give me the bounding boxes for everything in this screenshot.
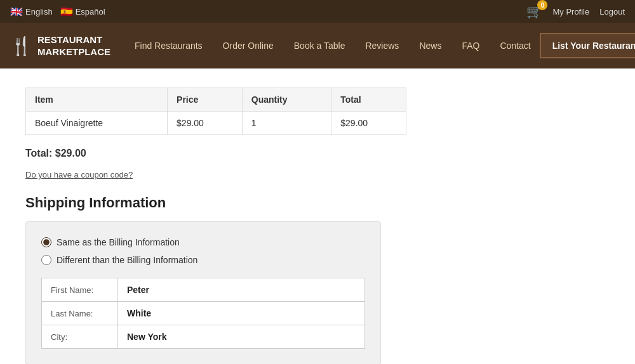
row-item-price: $29.00	[168, 112, 243, 135]
row-item-quantity: 1	[242, 112, 331, 135]
flag-en-icon: 🇬🇧	[10, 6, 23, 18]
lang-spanish-label: Español	[76, 7, 105, 16]
field-first-name: First Name: Peter	[42, 278, 365, 302]
coupon-link[interactable]: Do you have a coupon code?	[25, 170, 133, 179]
nav-find-restaurants[interactable]: Find Restaurants	[126, 36, 211, 56]
billing-option-group: Same as the Billing Information Differen…	[41, 237, 365, 265]
shipping-form-table: First Name: Peter Last Name: White City:…	[41, 278, 365, 349]
field-city: City: New York	[42, 325, 365, 349]
col-header-total: Total	[331, 88, 406, 112]
table-row: Boeuf Vinaigrette $29.00 1 $29.00	[26, 112, 406, 135]
lang-english[interactable]: 🇬🇧 English	[10, 6, 53, 18]
field-last-name: Last Name: White	[42, 302, 365, 325]
same-as-billing-option[interactable]: Same as the Billing Information	[41, 237, 365, 247]
nav-news[interactable]: News	[410, 36, 450, 56]
language-switcher: 🇬🇧 English 🇪🇸 Español	[10, 6, 105, 18]
col-header-item: Item	[26, 88, 168, 112]
row-item-total: $29.00	[331, 112, 406, 135]
brand-icon: 🍴	[10, 36, 32, 56]
city-label: City:	[42, 325, 118, 349]
lang-spanish[interactable]: 🇪🇸 Español	[60, 6, 105, 18]
brand-text: RESTAURANT MARKETPLACE	[37, 34, 110, 58]
top-bar-right: 🛒 0 My Profile Logout	[526, 4, 625, 19]
row-item-name: Boeuf Vinaigrette	[26, 112, 168, 135]
different-billing-radio[interactable]	[41, 255, 51, 265]
my-profile-link[interactable]: My Profile	[552, 7, 589, 16]
last-name-value: White	[118, 302, 365, 325]
main-content: Item Price Quantity Total Boeuf Vinaigre…	[0, 68, 635, 364]
cart-badge: 0	[537, 0, 547, 10]
list-restaurant-button[interactable]: List Your Restaurant	[540, 33, 635, 58]
top-bar: 🇬🇧 English 🇪🇸 Español 🛒 0 My Profile Log…	[0, 0, 635, 23]
same-billing-radio[interactable]	[41, 237, 51, 247]
brand-logo[interactable]: 🍴 RESTAURANT MARKETPLACE	[10, 34, 110, 58]
lang-english-label: English	[25, 7, 53, 16]
navbar: 🍴 RESTAURANT MARKETPLACE Find Restaurant…	[0, 23, 635, 68]
col-header-price: Price	[168, 88, 243, 112]
shipping-box: Same as the Billing Information Differen…	[25, 221, 381, 364]
nav-links: Find Restaurants Order Online Book a Tab…	[126, 36, 540, 56]
nav-reviews[interactable]: Reviews	[356, 36, 408, 56]
city-value: New York	[118, 325, 365, 349]
order-table: Item Price Quantity Total Boeuf Vinaigre…	[25, 88, 406, 135]
shipping-title: Shipping Information	[25, 195, 610, 211]
last-name-label: Last Name:	[42, 302, 118, 325]
nav-faq[interactable]: FAQ	[453, 36, 488, 56]
nav-order-online[interactable]: Order Online	[214, 36, 283, 56]
flag-es-icon: 🇪🇸	[60, 6, 73, 18]
same-billing-label: Same as the Billing Information	[57, 237, 180, 247]
logout-link[interactable]: Logout	[599, 7, 625, 16]
first-name-label: First Name:	[42, 278, 118, 302]
order-total: Total: $29.00	[25, 148, 610, 159]
nav-book-table[interactable]: Book a Table	[285, 36, 354, 56]
different-billing-label: Different than the Billing Information	[57, 255, 197, 265]
nav-contact[interactable]: Contact	[491, 36, 539, 56]
col-header-quantity: Quantity	[242, 88, 331, 112]
cart-button[interactable]: 🛒 0	[526, 4, 542, 19]
first-name-value: Peter	[118, 278, 365, 302]
different-billing-option[interactable]: Different than the Billing Information	[41, 255, 365, 265]
